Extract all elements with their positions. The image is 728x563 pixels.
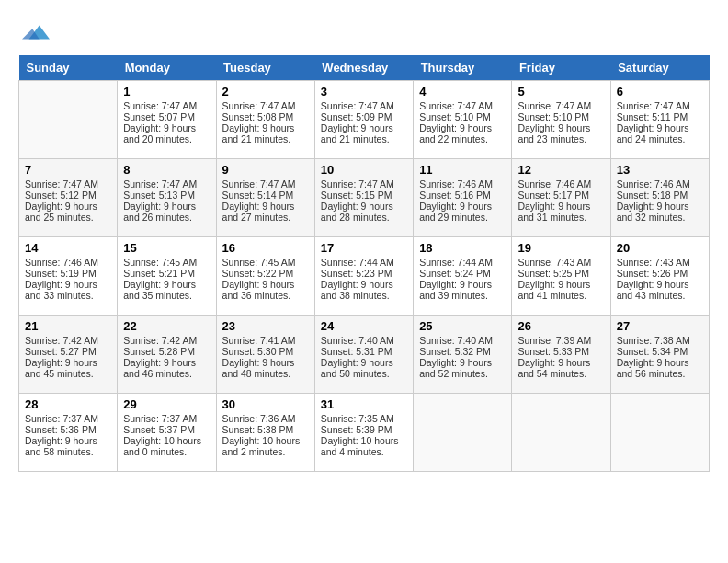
sunset-text: Sunset: 5:08 PM <box>222 111 309 122</box>
day-number: 2 <box>222 85 309 98</box>
calendar-cell: 3Sunrise: 7:47 AMSunset: 5:09 PMDaylight… <box>314 81 413 159</box>
sunrise-text: Sunrise: 7:45 AM <box>222 257 309 268</box>
day-number: 15 <box>123 241 210 255</box>
calendar-cell: 28Sunrise: 7:37 AMSunset: 5:36 PMDayligh… <box>19 394 118 472</box>
daylight-text: Daylight: 9 hours and 21 minutes. <box>321 122 407 144</box>
sunset-text: Sunset: 5:12 PM <box>25 190 111 201</box>
sunset-text: Sunset: 5:10 PM <box>419 111 506 122</box>
sunset-text: Sunset: 5:15 PM <box>321 190 407 201</box>
calendar-cell: 4Sunrise: 7:47 AMSunset: 5:10 PMDaylight… <box>414 81 512 159</box>
sunset-text: Sunset: 5:34 PM <box>617 346 703 357</box>
daylight-text: Daylight: 9 hours and 33 minutes. <box>25 279 111 301</box>
sunset-text: Sunset: 5:24 PM <box>419 268 506 279</box>
sunrise-text: Sunrise: 7:47 AM <box>518 100 604 111</box>
sunrise-text: Sunrise: 7:44 AM <box>321 257 407 268</box>
logo-icon <box>22 18 50 46</box>
daylight-text: Daylight: 9 hours and 38 minutes. <box>321 279 407 301</box>
daylight-text: Daylight: 9 hours and 27 minutes. <box>222 201 309 223</box>
daylight-text: Daylight: 9 hours and 36 minutes. <box>222 279 309 301</box>
calendar-cell: 1Sunrise: 7:47 AMSunset: 5:07 PMDaylight… <box>118 81 216 159</box>
calendar-cell: 24Sunrise: 7:40 AMSunset: 5:31 PMDayligh… <box>314 316 413 394</box>
daylight-text: Daylight: 9 hours and 56 minutes. <box>617 357 703 379</box>
sunrise-text: Sunrise: 7:43 AM <box>617 257 703 268</box>
col-header-tuesday: Tuesday <box>216 55 314 81</box>
calendar-cell: 31Sunrise: 7:35 AMSunset: 5:39 PMDayligh… <box>314 394 413 472</box>
daylight-text: Daylight: 9 hours and 39 minutes. <box>419 279 506 301</box>
sunrise-text: Sunrise: 7:46 AM <box>25 257 111 268</box>
calendar-header-row: SundayMondayTuesdayWednesdayThursdayFrid… <box>19 55 710 81</box>
calendar-cell: 9Sunrise: 7:47 AMSunset: 5:14 PMDaylight… <box>216 159 314 237</box>
sunset-text: Sunset: 5:25 PM <box>518 268 604 279</box>
calendar-week-row: 7Sunrise: 7:47 AMSunset: 5:12 PMDaylight… <box>19 159 710 237</box>
daylight-text: Daylight: 9 hours and 41 minutes. <box>518 279 604 301</box>
daylight-text: Daylight: 9 hours and 25 minutes. <box>25 201 111 223</box>
day-number: 17 <box>321 241 407 255</box>
daylight-text: Daylight: 9 hours and 24 minutes. <box>617 122 703 144</box>
calendar-cell: 2Sunrise: 7:47 AMSunset: 5:08 PMDaylight… <box>216 81 314 159</box>
calendar-cell: 19Sunrise: 7:43 AMSunset: 5:25 PMDayligh… <box>512 237 610 316</box>
day-number: 6 <box>617 85 703 98</box>
calendar-cell: 7Sunrise: 7:47 AMSunset: 5:12 PMDaylight… <box>19 159 118 237</box>
calendar-cell: 15Sunrise: 7:45 AMSunset: 5:21 PMDayligh… <box>118 237 216 316</box>
day-number: 28 <box>25 397 111 411</box>
sunrise-text: Sunrise: 7:44 AM <box>419 257 506 268</box>
sunrise-text: Sunrise: 7:42 AM <box>123 335 210 346</box>
sunrise-text: Sunrise: 7:46 AM <box>617 178 703 190</box>
daylight-text: Daylight: 9 hours and 32 minutes. <box>617 201 703 223</box>
day-number: 12 <box>518 163 604 177</box>
day-number: 7 <box>25 163 111 177</box>
calendar-cell: 25Sunrise: 7:40 AMSunset: 5:32 PMDayligh… <box>414 316 512 394</box>
sunrise-text: Sunrise: 7:47 AM <box>25 178 111 190</box>
sunrise-text: Sunrise: 7:46 AM <box>518 178 604 190</box>
sunset-text: Sunset: 5:38 PM <box>222 424 309 435</box>
col-header-thursday: Thursday <box>414 55 512 81</box>
calendar-week-row: 1Sunrise: 7:47 AMSunset: 5:07 PMDaylight… <box>19 81 710 159</box>
calendar-cell: 10Sunrise: 7:47 AMSunset: 5:15 PMDayligh… <box>314 159 413 237</box>
daylight-text: Daylight: 9 hours and 43 minutes. <box>617 279 703 301</box>
sunrise-text: Sunrise: 7:47 AM <box>321 178 407 190</box>
sunrise-text: Sunrise: 7:46 AM <box>419 178 506 190</box>
sunset-text: Sunset: 5:23 PM <box>321 268 407 279</box>
day-number: 24 <box>321 319 407 333</box>
daylight-text: Daylight: 9 hours and 28 minutes. <box>321 201 407 223</box>
day-number: 10 <box>321 163 407 177</box>
sunrise-text: Sunrise: 7:37 AM <box>25 413 111 424</box>
daylight-text: Daylight: 9 hours and 35 minutes. <box>123 279 210 301</box>
sunrise-text: Sunrise: 7:39 AM <box>518 335 604 346</box>
day-number: 23 <box>222 319 309 333</box>
calendar-cell: 17Sunrise: 7:44 AMSunset: 5:23 PMDayligh… <box>314 237 413 316</box>
calendar-cell: 11Sunrise: 7:46 AMSunset: 5:16 PMDayligh… <box>414 159 512 237</box>
sunrise-text: Sunrise: 7:40 AM <box>419 335 506 346</box>
sunset-text: Sunset: 5:27 PM <box>25 346 111 357</box>
daylight-text: Daylight: 9 hours and 22 minutes. <box>419 122 506 144</box>
sunset-text: Sunset: 5:30 PM <box>222 346 309 357</box>
col-header-monday: Monday <box>118 55 216 81</box>
sunset-text: Sunset: 5:19 PM <box>25 268 111 279</box>
day-number: 4 <box>419 85 506 98</box>
sunrise-text: Sunrise: 7:47 AM <box>321 100 407 111</box>
day-number: 25 <box>419 319 506 333</box>
daylight-text: Daylight: 9 hours and 26 minutes. <box>123 201 210 223</box>
sunset-text: Sunset: 5:39 PM <box>321 424 407 435</box>
calendar-cell: 18Sunrise: 7:44 AMSunset: 5:24 PMDayligh… <box>414 237 512 316</box>
sunset-text: Sunset: 5:16 PM <box>419 190 506 201</box>
day-number: 26 <box>518 319 604 333</box>
col-header-sunday: Sunday <box>19 55 118 81</box>
sunset-text: Sunset: 5:09 PM <box>321 111 407 122</box>
day-number: 19 <box>518 241 604 255</box>
calendar-cell: 30Sunrise: 7:36 AMSunset: 5:38 PMDayligh… <box>216 394 314 472</box>
calendar-cell <box>19 81 118 159</box>
calendar-cell <box>414 394 512 472</box>
sunrise-text: Sunrise: 7:41 AM <box>222 335 309 346</box>
daylight-text: Daylight: 9 hours and 46 minutes. <box>123 357 210 379</box>
day-number: 5 <box>518 85 604 98</box>
sunrise-text: Sunrise: 7:47 AM <box>419 100 506 111</box>
sunset-text: Sunset: 5:28 PM <box>123 346 210 357</box>
sunrise-text: Sunrise: 7:38 AM <box>617 335 703 346</box>
sunset-text: Sunset: 5:14 PM <box>222 190 309 201</box>
calendar-cell: 5Sunrise: 7:47 AMSunset: 5:10 PMDaylight… <box>512 81 610 159</box>
calendar-cell: 27Sunrise: 7:38 AMSunset: 5:34 PMDayligh… <box>610 316 709 394</box>
daylight-text: Daylight: 9 hours and 54 minutes. <box>518 357 604 379</box>
calendar-cell: 12Sunrise: 7:46 AMSunset: 5:17 PMDayligh… <box>512 159 610 237</box>
calendar-week-row: 14Sunrise: 7:46 AMSunset: 5:19 PMDayligh… <box>19 237 710 316</box>
